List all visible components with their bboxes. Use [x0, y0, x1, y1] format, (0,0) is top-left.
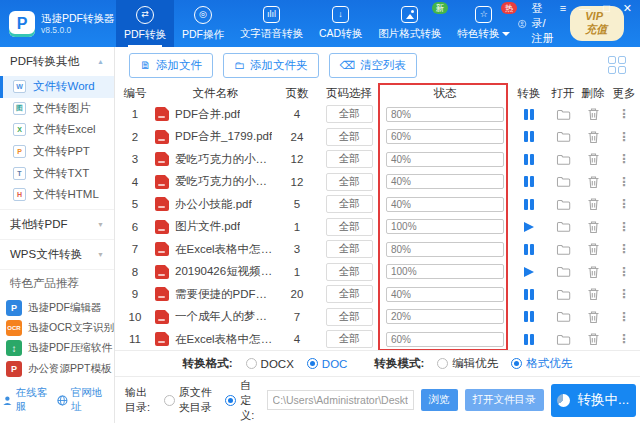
- page-select-button[interactable]: 全部: [326, 218, 373, 236]
- tab-pdf-convert[interactable]: ⇄ PDF转换: [116, 0, 174, 47]
- more-options-icon[interactable]: ⋮: [618, 198, 630, 210]
- sidebar-section-wps-convert[interactable]: WPS文件转换 ▼: [0, 239, 114, 269]
- file-name: 在Excel表格中怎样给数据...: [175, 242, 276, 257]
- delete-trash-icon[interactable]: [587, 265, 600, 279]
- convert-toggle-icon[interactable]: [524, 154, 534, 165]
- tab-cad-convert[interactable]: ↓ CAD转换: [311, 0, 370, 47]
- delete-trash-icon[interactable]: [587, 130, 600, 144]
- page-select-button[interactable]: 全部: [326, 195, 373, 213]
- tab-special-convert[interactable]: ☆ 特色转换 热: [449, 0, 518, 47]
- add-file-button[interactable]: 🗎 添加文件: [129, 53, 213, 78]
- page-select-button[interactable]: 全部: [326, 263, 373, 281]
- radio-custom-folder[interactable]: 自定义:: [225, 378, 259, 423]
- convert-toggle-icon[interactable]: [524, 244, 534, 255]
- more-options-icon[interactable]: ⋮: [618, 221, 630, 233]
- sidebar-item-to-image[interactable]: 图 文件转图片: [0, 98, 114, 120]
- more-options-icon[interactable]: ⋮: [618, 243, 630, 255]
- open-folder-icon[interactable]: [556, 265, 571, 278]
- output-path-input[interactable]: [267, 390, 414, 410]
- open-folder-icon[interactable]: [556, 108, 571, 121]
- sidebar-section-other-to-pdf[interactable]: 其他转PDF ▼: [0, 209, 114, 239]
- more-options-icon[interactable]: ⋮: [618, 288, 630, 300]
- more-options-icon[interactable]: ⋮: [618, 266, 630, 278]
- tab-pdf-operate[interactable]: ◎ PDF操作: [174, 0, 232, 47]
- delete-trash-icon[interactable]: [587, 310, 600, 324]
- open-folder-icon[interactable]: [556, 175, 571, 188]
- more-options-icon[interactable]: ⋮: [618, 176, 630, 188]
- radio-docx[interactable]: DOCX: [246, 358, 294, 370]
- page-select-button[interactable]: 全部: [326, 240, 373, 258]
- promo-item-ppt-templates[interactable]: P 办公资源PPT模板: [0, 359, 114, 379]
- delete-trash-icon[interactable]: [587, 220, 600, 234]
- convert-toggle-icon[interactable]: [524, 109, 534, 120]
- convert-toggle-icon[interactable]: [524, 334, 534, 345]
- tab-image-format[interactable]: 图片格式转换 新: [370, 0, 449, 47]
- radio-doc[interactable]: DOC: [307, 358, 348, 370]
- open-folder-icon[interactable]: [556, 288, 571, 301]
- delete-trash-icon[interactable]: [587, 332, 600, 346]
- open-file-dir-button[interactable]: 打开文件目录: [465, 389, 544, 411]
- page-select-button[interactable]: 全部: [326, 173, 373, 191]
- add-folder-button[interactable]: 🗀 添加文件夹: [223, 53, 319, 78]
- sidebar-item-to-ppt[interactable]: P 文件转PPT: [0, 141, 114, 163]
- open-folder-icon[interactable]: [556, 130, 571, 143]
- delete-trash-icon[interactable]: [587, 175, 600, 189]
- radio-format-priority[interactable]: 格式优先: [511, 356, 572, 371]
- open-folder-icon[interactable]: [556, 220, 571, 233]
- open-folder-icon[interactable]: [556, 198, 571, 211]
- delete-trash-icon[interactable]: [587, 107, 600, 121]
- promo-item-pdf-editor[interactable]: P 迅捷PDF编辑器: [0, 297, 114, 317]
- pdf-file-icon: [155, 107, 169, 121]
- radio-source-folder[interactable]: 原文件夹目录: [164, 385, 219, 415]
- page-select-button[interactable]: 全部: [326, 308, 373, 326]
- more-options-icon[interactable]: ⋮: [618, 311, 630, 323]
- convert-toggle-icon[interactable]: [524, 289, 534, 300]
- more-options-icon[interactable]: ⋮: [618, 153, 630, 165]
- delete-trash-icon[interactable]: [587, 197, 600, 211]
- login-register-button[interactable]: 登录/注册: [518, 1, 556, 46]
- page-select-button[interactable]: 全部: [326, 128, 373, 146]
- maximize-icon[interactable]: □: [603, 3, 610, 14]
- convert-toggle-icon[interactable]: [524, 311, 534, 322]
- table-row: 6 图片文件.pdf 1 全部 100%: [115, 216, 640, 239]
- convert-toggle-icon[interactable]: [524, 222, 534, 232]
- promo-item-pdf-compress[interactable]: ↕ 迅捷PDF压缩软件: [0, 338, 114, 358]
- page-select-button[interactable]: 全部: [326, 285, 373, 303]
- menu-icon[interactable]: ≡: [560, 3, 566, 14]
- sidebar-item-to-word[interactable]: W 文件转Word: [0, 76, 114, 98]
- layout-grid-icon[interactable]: [608, 56, 626, 74]
- delete-trash-icon[interactable]: [587, 242, 600, 256]
- open-folder-icon[interactable]: [556, 333, 571, 346]
- sidebar-item-to-txt[interactable]: T 文件转TXT: [0, 162, 114, 184]
- convert-toggle-icon[interactable]: [524, 131, 534, 142]
- clear-list-button[interactable]: ⌫ 清空列表: [329, 53, 418, 78]
- close-icon[interactable]: ✕: [623, 3, 632, 14]
- page-select-button[interactable]: 全部: [326, 105, 373, 123]
- online-service-link[interactable]: 在线客服: [2, 386, 57, 414]
- page-select-button[interactable]: 全部: [326, 330, 373, 348]
- service-person-icon: [2, 395, 13, 406]
- sidebar-section-pdf-to-other[interactable]: PDF转换其他 ▲: [0, 47, 114, 76]
- sidebar-item-to-excel[interactable]: X 文件转Excel: [0, 119, 114, 141]
- convert-toggle-icon[interactable]: [524, 176, 534, 187]
- tab-text-speech[interactable]: ılıl 文字语音转换: [232, 0, 311, 47]
- convert-toggle-icon[interactable]: [524, 267, 534, 277]
- delete-trash-icon[interactable]: [587, 152, 600, 166]
- open-folder-icon[interactable]: [556, 310, 571, 323]
- official-website-link[interactable]: 官网地址: [57, 386, 112, 414]
- more-options-icon[interactable]: ⋮: [618, 333, 630, 345]
- more-options-icon[interactable]: ⋮: [618, 131, 630, 143]
- page-select-button[interactable]: 全部: [326, 150, 373, 168]
- chevron-down-icon: [502, 32, 510, 36]
- delete-trash-icon[interactable]: [587, 287, 600, 301]
- converting-button[interactable]: 转换中...: [551, 384, 636, 417]
- minimize-icon[interactable]: —: [579, 3, 590, 14]
- more-options-icon[interactable]: ⋮: [618, 108, 630, 120]
- browse-button[interactable]: 浏览: [421, 389, 458, 411]
- open-folder-icon[interactable]: [556, 153, 571, 166]
- sidebar-item-to-html[interactable]: H 文件转HTML: [0, 184, 114, 206]
- convert-toggle-icon[interactable]: [524, 199, 534, 210]
- open-folder-icon[interactable]: [556, 243, 571, 256]
- promo-item-ocr[interactable]: OCR 迅捷OCR文字识别软件: [0, 318, 114, 338]
- radio-edit-priority[interactable]: 编辑优先: [437, 356, 498, 371]
